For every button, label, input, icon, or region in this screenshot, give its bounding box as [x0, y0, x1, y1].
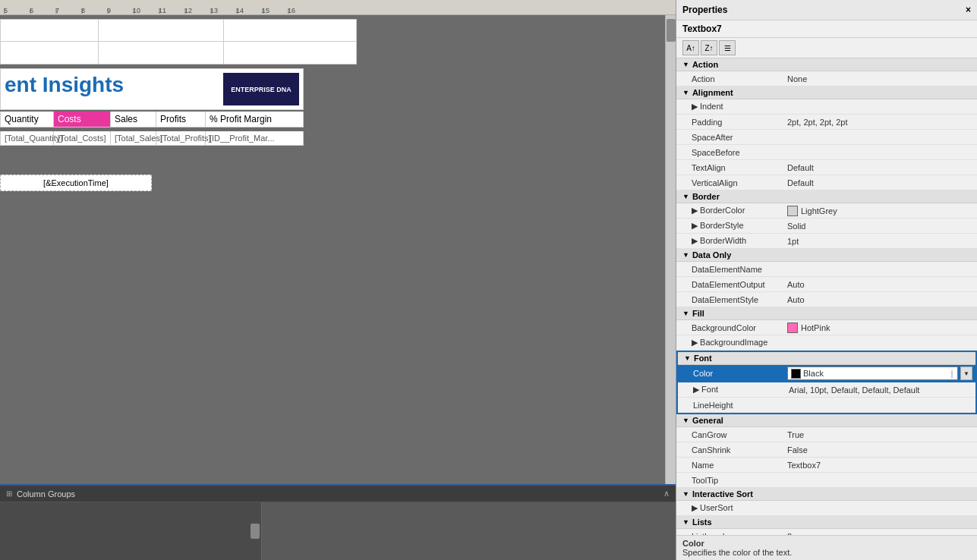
prop-color-name: Color — [678, 367, 784, 379]
prop-dataelementoutput-value[interactable]: Auto — [783, 278, 977, 291]
top-grid-row-1 — [0, 19, 357, 42]
prop-verticalalign-value[interactable]: Default — [783, 177, 977, 189]
prop-bordercolor: ▶ BorderColor LightGrey — [676, 203, 977, 219]
color-swatch-black — [791, 369, 801, 379]
section-dataonly: ▼ Data Only DataElementName DataElementO… — [676, 249, 977, 307]
logo-box: ENTERPRISE DNA — [223, 73, 299, 105]
prop-dataelementstyle-name: DataElementStyle — [676, 294, 783, 306]
prop-action-value[interactable]: None — [783, 73, 977, 85]
canvas-area: ent Insights ENTERPRISE DNA Quantity Cos… — [0, 15, 676, 484]
section-general-header[interactable]: ▼ General — [676, 414, 977, 427]
section-general-label: General — [692, 416, 723, 425]
status-bar: Color Specifies the color of the text. — [676, 535, 977, 560]
prop-verticalalign-name: VerticalAlign — [676, 177, 783, 189]
prop-borderstyle-value[interactable]: Solid — [783, 220, 977, 232]
col-quantity: Quantity — [1, 112, 54, 127]
prop-indent-value[interactable] — [783, 105, 977, 109]
prop-bordercolor-value[interactable]: LightGrey — [783, 204, 977, 218]
prop-lineheight: LineHeight — [678, 398, 975, 413]
prop-dataelementname: DataElementName — [676, 262, 977, 277]
prop-borderwidth: ▶ BorderWidth 1pt — [676, 234, 977, 249]
chevron-down-icon-7: ▼ — [682, 417, 689, 424]
prop-usersort-value[interactable] — [783, 507, 977, 510]
color-dropdown-arrow[interactable]: ▼ — [960, 367, 972, 380]
prop-borderstyle-name: ▶ BorderStyle — [676, 219, 783, 232]
section-lists-header[interactable]: ▼ Lists — [676, 516, 977, 529]
color-text-value: Black — [803, 369, 824, 378]
prop-borderwidth-value[interactable]: 1pt — [783, 235, 977, 247]
textbox-name: Textbox7 — [676, 20, 977, 38]
prop-textalign-value[interactable]: Default — [783, 162, 977, 174]
col-costs: Costs — [54, 112, 111, 127]
section-font-header[interactable]: ▼ Font — [678, 352, 975, 365]
prop-textalign: TextAlign Default — [676, 160, 977, 175]
prop-action-name: Action — [676, 73, 783, 85]
bottom-left-panel — [0, 502, 262, 560]
section-interactive-sort: ▼ Interactive Sort ▶ UserSort — [676, 488, 977, 516]
prop-spaceafter-value[interactable] — [783, 136, 977, 139]
prop-lineheight-value[interactable] — [784, 404, 975, 407]
data-sales: [Total_Sales] — [111, 131, 156, 145]
chevron-down-icon-4: ▼ — [682, 251, 689, 259]
prop-dataelementname-value[interactable] — [783, 268, 977, 271]
bottom-right-panel — [262, 502, 676, 560]
chevron-down-icon-9: ▼ — [682, 518, 689, 526]
prop-canshrink: CanShrink False — [676, 442, 977, 458]
scroll-thumb[interactable] — [667, 19, 676, 42]
prop-color-value[interactable]: Black | ▼ — [784, 365, 975, 382]
prop-font-name: ▶ Font — [678, 383, 784, 396]
cursor-icon: | — [950, 370, 954, 378]
section-font-label: Font — [694, 354, 712, 363]
section-border-header[interactable]: ▼ Border — [676, 190, 977, 203]
data-row: [Total_Quantity] [Total_Costs] [Total_Sa… — [0, 131, 304, 146]
bottom-bar-collapse-icon[interactable]: ∧ — [663, 489, 670, 499]
prop-indent: ▶ Indent — [676, 99, 977, 115]
prop-padding: Padding 2pt, 2pt, 2pt, 2pt — [676, 115, 977, 130]
panel-title: Properties — [682, 5, 727, 15]
vertical-scrollbar[interactable] — [665, 15, 676, 484]
section-action-header[interactable]: ▼ Action — [676, 58, 977, 71]
prop-dataelementstyle-value[interactable]: Auto — [783, 294, 977, 306]
prop-font: ▶ Font Arial, 10pt, Default, Default, De… — [678, 382, 975, 398]
prop-usersort: ▶ UserSort — [676, 501, 977, 516]
section-lists-label: Lists — [692, 518, 712, 527]
col-profits: Profits — [156, 112, 206, 127]
top-grid-cell — [224, 42, 357, 64]
close-icon[interactable]: × — [966, 5, 971, 15]
prop-cangrow: CanGrow True — [676, 427, 977, 442]
prop-color-row[interactable]: Color Black | ▼ — [678, 365, 975, 382]
section-border-label: Border — [692, 192, 720, 201]
ruler-tick-9: 9 — [107, 7, 133, 14]
prop-padding-value[interactable]: 2pt, 2pt, 2pt, 2pt — [783, 116, 977, 128]
prop-canshrink-value[interactable]: False — [783, 444, 977, 456]
exec-time: [&ExecutionTime] — [0, 175, 152, 191]
section-fill-header[interactable]: ▼ Fill — [676, 307, 977, 320]
scroll-handle[interactable] — [251, 524, 260, 539]
section-dataonly-header[interactable]: ▼ Data Only — [676, 249, 977, 262]
section-alignment-header[interactable]: ▼ Alignment — [676, 87, 977, 99]
prop-bordercolor-name: ▶ BorderColor — [676, 204, 783, 217]
prop-name-value[interactable]: Textbox7 — [783, 459, 977, 471]
ruler-tick-6: 6 — [30, 7, 55, 14]
prop-spacebefore-name: SpaceBefore — [676, 146, 783, 159]
section-border: ▼ Border ▶ BorderColor LightGrey ▶ Borde… — [676, 190, 977, 249]
top-grid-cell — [99, 42, 224, 64]
section-interactive-sort-header[interactable]: ▼ Interactive Sort — [676, 488, 977, 501]
prop-font-value[interactable]: Arial, 10pt, Default, Default, Default — [784, 384, 975, 396]
prop-cangrow-value[interactable]: True — [783, 429, 977, 441]
top-grid-cell — [99, 19, 224, 42]
section-action: ▼ Action Action None — [676, 58, 977, 87]
prop-tooltip-value[interactable] — [783, 479, 977, 482]
prop-backgroundcolor-value[interactable]: HotPink — [783, 321, 977, 335]
status-description: Specifies the color of the text. — [682, 548, 971, 557]
properties-view-button[interactable]: ☰ — [719, 40, 736, 55]
prop-backgroundimage-value[interactable] — [783, 341, 977, 344]
ruler-tick-16: 16 — [288, 7, 314, 14]
prop-dataelementoutput-name: DataElementOutput — [676, 278, 783, 291]
sort-za-button[interactable]: Z↑ — [701, 40, 717, 55]
sort-az-button[interactable]: A↑ — [682, 40, 699, 55]
prop-spacebefore-value[interactable] — [783, 151, 977, 154]
column-headers: Quantity Costs Sales Profits % Profit Ma… — [0, 112, 304, 127]
color-input-box[interactable]: Black | — [787, 367, 958, 380]
data-profits: [Total_Profits] — [156, 131, 206, 145]
